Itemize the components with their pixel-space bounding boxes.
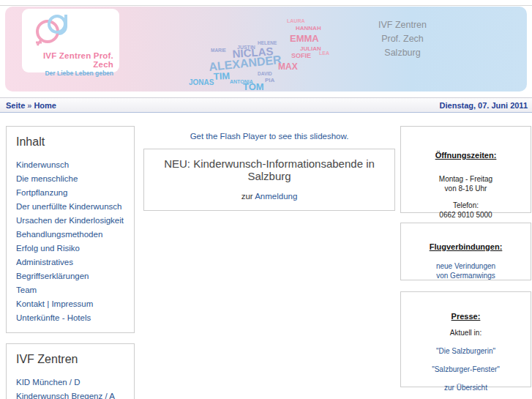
flights-box: Flugverbindungen: neue Verindungen von G… [400,223,531,280]
flash-player-link[interactable]: Get the Flash Player to see this slidesh… [190,132,349,141]
press-intro: Aktuell in: [401,329,531,337]
svg-text:DAVID: DAVID [258,71,272,76]
svg-text:MAX: MAX [278,61,298,72]
sidebar-item-kontakt-impressum[interactable]: Kontakt | Impressum [16,297,124,311]
sidebar-item-kinderwunsch[interactable]: Kinderwunsch [16,158,124,172]
breadcrumb-section-link[interactable]: Seite [6,101,25,110]
germanwings-link-line1[interactable]: neue Verindungen [401,261,531,271]
svg-text:LEA: LEA [319,51,329,56]
logo-title: IVF Zentren Prof. Zech [22,51,113,69]
press-link-salzburger-fenster[interactable]: "Salzburger-Fenster" [401,365,531,373]
logo[interactable]: IVF Zentren Prof. Zech Der Liebe Leben g… [22,9,119,72]
svg-text:JULIAN: JULIAN [300,45,321,52]
page: IVF Zentren Prof. Zech Der Liebe Leben g… [0,0,532,399]
breadcrumb-bar: Seite»Home Dienstag, 07. Juni 2011 [0,97,532,113]
logo-text: IVF Zentren Prof. Zech Der Liebe Leben g… [22,51,113,77]
site-title-line3: Salzburg [355,46,450,60]
sidebar-item-bregenz[interactable]: Kinderwunsch Bregenz / A [16,389,124,399]
right-sidebar: Öffnungszeiten: Montag - Freitag von 8-1… [400,126,531,387]
news-link-prefix: zur [241,192,253,201]
left-sidebar: Inhalt Kinderwunsch Die menschliche Fort… [6,126,135,399]
breadcrumb-separator: » [27,101,31,110]
germanwings-link-line2[interactable]: von Germanwings [401,271,531,280]
telephone-block: Telefon: 0662 9010 5000 [401,201,531,220]
opening-hours-times: von 8-16 Uhr [401,184,531,193]
svg-text:TIM: TIM [213,70,230,82]
opening-hours-box: Öffnungszeiten: Montag - Freitag von 8-1… [400,126,531,213]
svg-text:JONAS: JONAS [189,78,214,86]
svg-text:TOM: TOM [243,81,264,92]
sidebar-item-administratives[interactable]: Administratives [16,256,124,269]
telephone-label: Telefon: [401,201,531,210]
site-title-line1: IVF Zentren [355,18,450,32]
news-title: NEU: Kinderwunsch-Informationsabende in … [149,157,390,182]
svg-text:SOFIE: SOFIE [291,52,311,59]
svg-text:LAURA: LAURA [287,18,305,23]
opening-hours-heading: Öffnungszeiten: [401,151,531,160]
sidebar-item-kid-muenchen[interactable]: KID München / D [16,376,124,389]
telephone-number: 0662 9010 5000 [401,210,531,220]
top-strip [0,0,532,6]
nav-box-ivf-zentren: IVF Zentren KID München / D Kinderwunsch… [6,343,135,399]
press-link-salzburgerin[interactable]: "Die Salzburgerin" [401,347,531,355]
svg-text:EMMA: EMMA [290,33,319,44]
site-title: IVF Zentren Prof. Zech Salzburg [355,18,450,60]
press-heading: Presse: [401,312,531,321]
nav-box-inhalt-title: Inhalt [16,135,124,149]
breadcrumb-home-link[interactable]: Home [34,101,56,110]
breadcrumb: Seite»Home [6,101,56,110]
nav-box-inhalt: Inhalt Kinderwunsch Die menschliche Fort… [6,126,135,333]
sidebar-item-erfolg-risiko[interactable]: Erfolg und Risiko [16,242,124,256]
current-date: Dienstag, 07. Juni 2011 [440,101,528,110]
svg-text:HANNAH: HANNAH [296,25,321,31]
svg-text:PIA: PIA [265,77,275,83]
sidebar-item-unerfuellter-kinderwunsch[interactable]: Der unerfüllte Kinderwunsch [16,200,124,214]
news-subline: zur Anmeldung [149,192,390,201]
sidebar-item-begriffserklaerungen[interactable]: Begriffserklärungen [16,269,124,283]
press-link-uebersicht[interactable]: zur Übersicht [401,384,531,392]
opening-hours-lines: Montag - Freitag von 8-16 Uhr [401,174,531,193]
flights-link-block: neue Verindungen von Germanwings [401,261,531,280]
site-title-line2: Prof. Zech [355,32,450,46]
opening-hours-days: Montag - Freitag [401,174,531,184]
header-banner: IVF Zentren Prof. Zech Der Liebe Leben g… [5,7,527,92]
flights-heading: Flugverbindungen: [401,242,531,251]
sidebar-item-fortpflanzung[interactable]: Die menschliche Fortpflanzung [16,172,124,200]
sidebar-item-ursachen[interactable]: Ursachen der Kinderlosigkeit [16,214,124,228]
news-box: NEU: Kinderwunsch-Informationsabende in … [143,149,395,211]
anmeldung-link[interactable]: Anmeldung [255,192,297,201]
sidebar-item-unterkuenfte[interactable]: Unterkünfte - Hotels [16,311,124,325]
nav-box-ivf-zentren-title: IVF Zentren [16,353,124,366]
sidebar-item-behandlungsmethoden[interactable]: Behandlungsmethoden [16,228,124,242]
sidebar-item-team[interactable]: Team [16,283,124,297]
logo-tagline: Der Liebe Leben geben [22,70,113,77]
press-box: Presse: Aktuell in: "Die Salzburgerin" "… [400,291,531,387]
logo-mark [28,12,73,50]
svg-text:MARIE: MARIE [211,48,227,53]
baby-wordcloud-image: LAURA HANNAH EMMA JULIAN SOFIE LEA HELEN… [176,10,338,92]
main-content: Get the Flash Player to see this slidesh… [143,129,395,211]
